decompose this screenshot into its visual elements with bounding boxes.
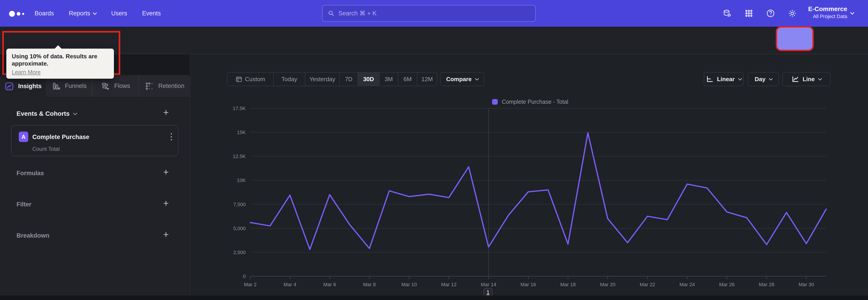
filter-label: Filter bbox=[17, 201, 31, 208]
svg-text:2,500: 2,500 bbox=[233, 249, 246, 255]
app-root: Boards Reports Users Events Search ⌘ + K bbox=[0, 0, 868, 300]
query-sidebar: Insights Funnels Flows bbox=[0, 54, 191, 300]
svg-text:17.5K: 17.5K bbox=[233, 106, 246, 111]
add-filter-button[interactable]: + bbox=[163, 199, 169, 208]
breakdown-label: Breakdown bbox=[17, 232, 50, 239]
logo-dot bbox=[22, 13, 24, 15]
svg-text:Mar 4: Mar 4 bbox=[284, 282, 296, 287]
help-icon[interactable] bbox=[766, 9, 775, 18]
settings-gear-icon[interactable] bbox=[788, 9, 797, 18]
apps-grid-icon[interactable] bbox=[745, 9, 753, 18]
query-panel: Events & Cohorts + A Complete Purchase C… bbox=[0, 97, 190, 300]
nav-item-reports[interactable]: Reports bbox=[69, 10, 96, 17]
top-nav: Boards Reports Users Events Search ⌘ + K bbox=[0, 0, 868, 27]
add-formula-button[interactable]: + bbox=[163, 168, 169, 177]
svg-text:Mar 8: Mar 8 bbox=[363, 282, 376, 287]
event-metric[interactable]: Count Total bbox=[32, 146, 60, 152]
svg-text:Mar 14: Mar 14 bbox=[481, 282, 496, 287]
add-breakdown-button[interactable]: + bbox=[163, 230, 169, 239]
mixpanel-logo-icon[interactable] bbox=[9, 11, 24, 17]
tooltip-message: Using 10% of data. Results are approxima… bbox=[12, 53, 108, 67]
nav-item-events[interactable]: Events bbox=[142, 10, 161, 17]
tab-label: Retention bbox=[158, 83, 184, 90]
search-icon bbox=[328, 10, 334, 17]
nav-item-users[interactable]: Users bbox=[111, 10, 127, 17]
insights-line-chart[interactable]: 02,5005,0007,50010K12.5K15K17.5KMar 2Mar… bbox=[191, 54, 868, 300]
chevron-down-icon bbox=[93, 11, 97, 15]
svg-text:Mar 26: Mar 26 bbox=[719, 282, 735, 287]
svg-text:7,500: 7,500 bbox=[233, 202, 246, 207]
svg-text:Mar 28: Mar 28 bbox=[759, 282, 774, 287]
search-input[interactable]: Search ⌘ + K bbox=[322, 5, 536, 22]
tab-label: Insights bbox=[18, 83, 41, 90]
svg-text:Mar 2: Mar 2 bbox=[244, 282, 256, 287]
svg-text:Mar 24: Mar 24 bbox=[680, 282, 695, 287]
svg-text:Mar 6: Mar 6 bbox=[323, 282, 336, 287]
data-management-icon[interactable] bbox=[723, 9, 732, 18]
svg-text:Mar 30: Mar 30 bbox=[799, 282, 814, 287]
nav-item-boards[interactable]: Boards bbox=[35, 10, 54, 17]
svg-text:Mar 22: Mar 22 bbox=[640, 282, 655, 287]
sampling-tooltip: Using 10% of data. Results are approxima… bbox=[6, 49, 114, 79]
svg-text:10K: 10K bbox=[237, 177, 246, 183]
bottom-edge bbox=[0, 296, 868, 300]
event-name: Complete Purchase bbox=[32, 133, 89, 141]
learn-more-link[interactable]: Learn More bbox=[12, 69, 108, 76]
tab-retention[interactable]: Retention bbox=[138, 75, 190, 97]
svg-text:0: 0 bbox=[243, 274, 246, 279]
svg-text:15K: 15K bbox=[237, 129, 246, 135]
svg-text:Mar 20: Mar 20 bbox=[600, 282, 615, 287]
svg-text:5,000: 5,000 bbox=[233, 226, 246, 231]
nav-icon-group bbox=[723, 0, 797, 27]
events-cohorts-heading[interactable]: Events & Cohorts bbox=[17, 110, 76, 117]
search-placeholder: Search ⌘ + K bbox=[338, 10, 377, 17]
chevron-down-icon bbox=[73, 111, 77, 115]
funnels-icon bbox=[51, 81, 61, 91]
project-name: E-Commerce bbox=[800, 5, 847, 13]
svg-text:Mar 18: Mar 18 bbox=[560, 282, 576, 287]
tooltip-caret bbox=[54, 45, 62, 49]
event-letter-badge: A bbox=[19, 131, 28, 142]
chart-content-area: Custom Today Yesterday 7D 30D 3M 6M 12M … bbox=[191, 54, 868, 300]
tab-label: Flows bbox=[114, 83, 130, 90]
svg-text:12.5K: 12.5K bbox=[233, 153, 246, 159]
flows-icon bbox=[101, 81, 110, 91]
svg-text:Mar 16: Mar 16 bbox=[521, 282, 536, 287]
event-options-menu[interactable] bbox=[170, 133, 172, 140]
logo-dot bbox=[9, 11, 15, 17]
project-scope: All Project Data bbox=[800, 13, 847, 20]
chevron-down-icon bbox=[850, 10, 854, 14]
nav-menu: Boards Reports Users Events bbox=[35, 0, 161, 27]
event-card[interactable]: A Complete Purchase Count Total bbox=[11, 125, 178, 156]
insights-icon bbox=[4, 82, 14, 91]
report-title-bar: Untitled Sampled + Add description... ••… bbox=[0, 27, 868, 54]
tab-label: Funnels bbox=[65, 83, 87, 90]
svg-text:Mar 10: Mar 10 bbox=[401, 282, 417, 287]
svg-text:Mar 12: Mar 12 bbox=[441, 282, 456, 287]
retention-icon bbox=[145, 81, 154, 91]
formulas-label: Formulas bbox=[17, 170, 44, 177]
project-selector[interactable]: E-Commerce All Project Data bbox=[800, 5, 847, 20]
logo-dot bbox=[17, 12, 20, 16]
add-event-button[interactable]: + bbox=[163, 108, 169, 117]
